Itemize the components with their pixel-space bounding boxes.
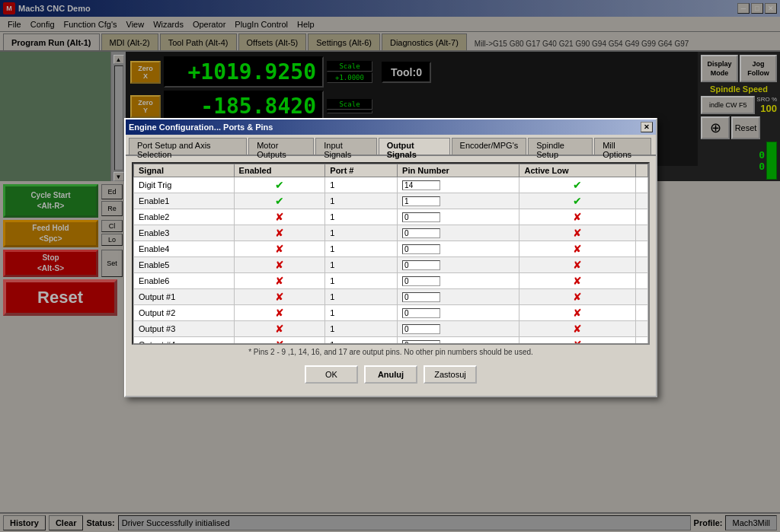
cell-enabled[interactable]: ✔ [234, 177, 325, 193]
cell-active-low[interactable]: ✘ [519, 225, 636, 241]
cell-port: 1 [325, 289, 398, 305]
cell-signal: Enable1 [134, 193, 235, 209]
table-row[interactable]: Enable5 ✘ 1 ✘ [134, 257, 648, 273]
cell-spacer [636, 241, 648, 257]
cell-enabled[interactable]: ✘ [234, 225, 325, 241]
modal-apply-button[interactable]: Zastosuj [424, 365, 477, 384]
pin-input[interactable] [402, 212, 440, 222]
col-active-low: Active Low [519, 164, 636, 177]
cell-pin[interactable] [398, 257, 519, 273]
cell-spacer [636, 337, 648, 346]
cell-signal: Enable3 [134, 225, 235, 241]
cell-active-low[interactable]: ✔ [519, 193, 636, 209]
cell-active-low[interactable]: ✘ [519, 321, 636, 337]
modal-tab-mill-options[interactable]: Mill Options [594, 138, 651, 155]
modal-buttons: OK Anuluj Zastosuj [132, 359, 650, 390]
modal-overlay: Engine Configuration... Ports & Pins ✕ P… [0, 0, 780, 532]
col-scroll [636, 164, 648, 177]
cell-port: 1 [325, 305, 398, 321]
cell-active-low[interactable]: ✔ [519, 177, 636, 193]
cell-port: 1 [325, 177, 398, 193]
cell-pin[interactable] [398, 273, 519, 289]
modal-close-button[interactable]: ✕ [641, 122, 653, 132]
table-row[interactable]: Enable1 ✔ 1 ✔ [134, 193, 648, 209]
table-row[interactable]: Enable4 ✘ 1 ✘ [134, 241, 648, 257]
pin-input[interactable] [402, 244, 440, 254]
cell-signal: Enable6 [134, 273, 235, 289]
cell-pin[interactable] [398, 337, 519, 346]
config-table-wrapper: Signal Enabled Port # Pin Number Active … [132, 162, 650, 345]
cell-pin[interactable] [398, 193, 519, 209]
cell-pin[interactable] [398, 225, 519, 241]
cell-spacer [636, 257, 648, 273]
cell-enabled[interactable]: ✘ [234, 273, 325, 289]
cell-enabled[interactable]: ✘ [234, 289, 325, 305]
cell-port: 1 [325, 241, 398, 257]
table-row[interactable]: Enable6 ✘ 1 ✘ [134, 273, 648, 289]
modal-tab-encoder[interactable]: Encoder/MPG's [452, 138, 527, 155]
pin-input[interactable] [402, 292, 440, 302]
modal-ok-button[interactable]: OK [305, 365, 358, 384]
col-signal: Signal [134, 164, 235, 177]
pin-input[interactable] [402, 260, 440, 270]
modal-title: Engine Configuration... Ports & Pins [129, 123, 273, 132]
pin-input[interactable] [402, 180, 440, 190]
cell-enabled[interactable]: ✘ [234, 305, 325, 321]
cell-pin[interactable] [398, 241, 519, 257]
table-row[interactable]: Output #4 ✘ 1 ✘ [134, 337, 648, 346]
cell-pin[interactable] [398, 177, 519, 193]
cell-signal: Digit Trig [134, 177, 235, 193]
cell-pin[interactable] [398, 209, 519, 225]
table-row[interactable]: Output #1 ✘ 1 ✘ [134, 289, 648, 305]
cell-active-low[interactable]: ✘ [519, 209, 636, 225]
cell-port: 1 [325, 193, 398, 209]
cell-port: 1 [325, 337, 398, 346]
pin-input[interactable] [402, 228, 440, 238]
table-row[interactable]: Enable2 ✘ 1 ✘ [134, 209, 648, 225]
modal-tab-output-signals[interactable]: Output Signals [379, 138, 450, 155]
col-enabled: Enabled [234, 164, 325, 177]
cell-active-low[interactable]: ✘ [519, 305, 636, 321]
cell-spacer [636, 209, 648, 225]
cell-active-low[interactable]: ✘ [519, 337, 636, 346]
modal-tab-spindle-setup[interactable]: Spindle Setup [528, 138, 593, 155]
cell-signal: Enable5 [134, 257, 235, 273]
pin-input[interactable] [402, 276, 440, 286]
cell-port: 1 [325, 321, 398, 337]
modal-tab-port-setup[interactable]: Port Setup and Axis Selection [129, 138, 247, 155]
cell-spacer [636, 177, 648, 193]
table-row[interactable]: Digit Trig ✔ 1 ✔ [134, 177, 648, 193]
cell-enabled[interactable]: ✘ [234, 337, 325, 346]
cell-port: 1 [325, 209, 398, 225]
pin-input[interactable] [402, 308, 440, 318]
cell-signal: Enable4 [134, 241, 235, 257]
col-pin: Pin Number [398, 164, 519, 177]
cell-pin[interactable] [398, 305, 519, 321]
modal-titlebar: Engine Configuration... Ports & Pins ✕ [126, 119, 656, 135]
col-port: Port # [325, 164, 398, 177]
cell-enabled[interactable]: ✘ [234, 321, 325, 337]
cell-active-low[interactable]: ✘ [519, 241, 636, 257]
table-row[interactable]: Output #3 ✘ 1 ✘ [134, 321, 648, 337]
cell-active-low[interactable]: ✘ [519, 273, 636, 289]
pin-input[interactable] [402, 196, 440, 206]
cell-enabled[interactable]: ✘ [234, 209, 325, 225]
table-row[interactable]: Enable3 ✘ 1 ✘ [134, 225, 648, 241]
modal-cancel-button[interactable]: Anuluj [364, 365, 417, 384]
cell-enabled[interactable]: ✘ [234, 257, 325, 273]
cell-active-low[interactable]: ✘ [519, 289, 636, 305]
cell-active-low[interactable]: ✘ [519, 257, 636, 273]
table-row[interactable]: Output #2 ✘ 1 ✘ [134, 305, 648, 321]
cell-enabled[interactable]: ✔ [234, 193, 325, 209]
pin-input[interactable] [402, 340, 440, 346]
modal-tab-motor-outputs[interactable]: Motor Outputs [248, 138, 314, 155]
config-table: Signal Enabled Port # Pin Number Active … [133, 164, 648, 345]
cell-spacer [636, 321, 648, 337]
cell-pin[interactable] [398, 289, 519, 305]
cell-spacer [636, 305, 648, 321]
pin-input[interactable] [402, 324, 440, 334]
modal-tab-input-signals[interactable]: Input Signals [315, 138, 376, 155]
cell-enabled[interactable]: ✘ [234, 241, 325, 257]
cell-pin[interactable] [398, 321, 519, 337]
cell-signal: Output #3 [134, 321, 235, 337]
